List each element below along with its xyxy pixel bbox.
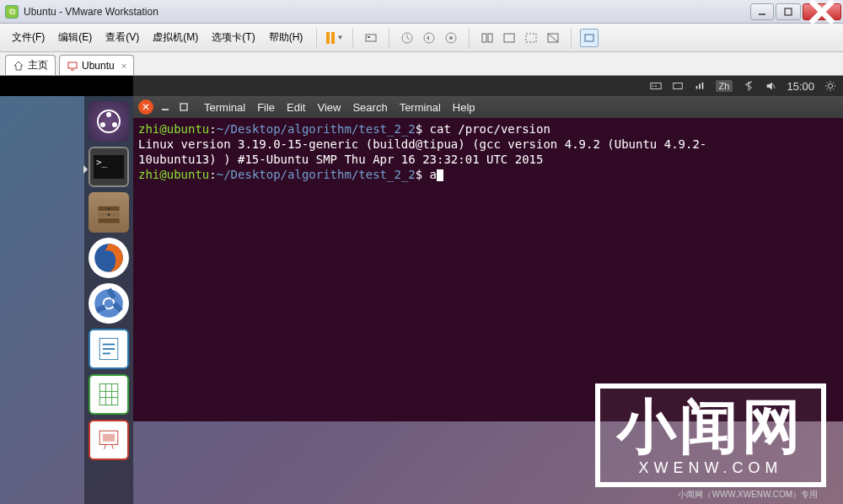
separator [352, 28, 353, 48]
bluetooth-icon[interactable] [743, 80, 754, 92]
view-unity-button[interactable] [544, 29, 562, 47]
tab-bar: 主页 Ubuntu × [0, 52, 843, 76]
terminal-titlebar[interactable]: ✕ Terminal File Edit View Search Termina… [133, 96, 843, 118]
minimize-button[interactable] [750, 3, 774, 20]
terminal-minimize-button[interactable] [158, 100, 172, 114]
terminal-close-button[interactable]: ✕ [138, 99, 153, 115]
separator [571, 28, 572, 48]
tab-home[interactable]: 主页 [5, 55, 56, 75]
svg-point-26 [106, 112, 111, 117]
menu-bar: 文件(F) 编辑(E) 查看(V) 虚拟机(M) 选项卡(T) 帮助(H) ▼ [0, 24, 843, 52]
svg-line-15 [548, 34, 558, 42]
pause-icon [326, 32, 335, 44]
term-menu-terminal[interactable]: Terminal [204, 101, 245, 114]
watermark: 小闻网 XWENW.COM [595, 383, 826, 487]
launcher-dash[interactable] [89, 101, 129, 142]
prompt-user: zhi@ubuntu [138, 122, 209, 136]
terminal-body[interactable]: zhi@ubuntu:~/Desktop/algorithm/test_2_2$… [133, 118, 843, 421]
ubuntu-top-panel: Zh 15:00 [133, 76, 843, 96]
windows-titlebar: ⧉ Ubuntu - VMware Workstation [0, 0, 843, 24]
tab-ubuntu-label: Ubuntu [82, 60, 115, 72]
launcher-calc[interactable] [89, 374, 129, 415]
svg-rect-31 [98, 218, 119, 223]
svg-rect-48 [103, 434, 115, 442]
svg-rect-1 [785, 8, 792, 15]
pause-vm-button[interactable]: ▼ [325, 29, 344, 47]
svg-rect-17 [68, 62, 77, 68]
menu-help[interactable]: 帮助(H) [264, 27, 309, 48]
launcher-terminal[interactable]: >_ [89, 147, 129, 187]
term-menu-view[interactable]: View [317, 101, 341, 114]
svg-point-24 [828, 83, 832, 88]
watermark-text: 小闻网 [617, 397, 804, 456]
svg-rect-5 [368, 36, 370, 38]
launcher-impress[interactable] [89, 420, 129, 460]
launcher-writer[interactable] [89, 329, 129, 369]
svg-rect-10 [482, 34, 486, 42]
svg-rect-4 [366, 35, 376, 41]
term-menu-terminal2[interactable]: Terminal [400, 101, 441, 114]
output-line-2: 10ubuntu13) ) #15-Ubuntu SMP Thu Apr 16 … [138, 152, 838, 167]
svg-rect-42 [99, 383, 118, 405]
ime-indicator[interactable]: Zh [716, 80, 733, 92]
svg-rect-11 [488, 34, 492, 42]
clock[interactable]: 15:00 [787, 80, 814, 93]
volume-icon[interactable] [765, 80, 776, 92]
svg-rect-22 [673, 83, 682, 89]
separator [469, 28, 470, 48]
svg-rect-12 [504, 34, 514, 42]
svg-point-28 [112, 122, 117, 127]
watermark-sub: 小闻网（WWW.XWENW.COM）专用 [678, 489, 818, 501]
tab-ubuntu[interactable]: Ubuntu × [59, 55, 134, 75]
snapshot-button[interactable] [398, 29, 416, 47]
keyboard-layout-indicator[interactable] [672, 80, 684, 92]
send-ctrl-alt-del-button[interactable] [362, 29, 380, 47]
term-menu-edit[interactable]: Edit [287, 101, 305, 114]
vmware-icon: ⧉ [5, 5, 19, 19]
keyboard-indicator[interactable] [650, 80, 662, 92]
terminal-menubar: Terminal File Edit View Search Terminal … [204, 101, 475, 114]
terminal-window: ✕ Terminal File Edit View Search Termina… [133, 96, 843, 421]
svg-point-27 [100, 122, 105, 127]
launcher-files[interactable] [89, 192, 129, 233]
close-button[interactable] [803, 3, 841, 20]
network-indicator[interactable] [694, 80, 706, 92]
snapshot-revert-button[interactable] [420, 29, 438, 47]
svg-line-50 [112, 444, 114, 448]
command-2: a [430, 168, 437, 181]
term-menu-help[interactable]: Help [453, 101, 475, 114]
prompt-path: ~/Desktop/algorithm/test_2_2 [217, 122, 416, 136]
menu-vm[interactable]: 虚拟机(M) [148, 27, 203, 48]
view-single-button[interactable] [500, 29, 518, 47]
terminal-maximize-button[interactable] [177, 100, 191, 114]
gear-icon[interactable] [824, 80, 836, 92]
tab-home-label: 主页 [28, 58, 48, 72]
svg-point-33 [108, 213, 110, 216]
svg-point-32 [108, 207, 110, 210]
svg-point-37 [105, 299, 114, 308]
watermark-url: XWENW.COM [617, 459, 804, 477]
view-console-button[interactable] [580, 29, 599, 47]
tab-close-icon[interactable]: × [121, 61, 126, 71]
view-split-button[interactable] [478, 29, 497, 47]
menu-tabs[interactable]: 选项卡(T) [207, 27, 260, 48]
snapshot-manager-button[interactable] [442, 29, 460, 47]
separator [389, 28, 389, 48]
unity-launcher: >_ [84, 96, 133, 504]
vm-viewport[interactable]: Zh 15:00 >_ [0, 76, 843, 504]
menu-edit[interactable]: 编辑(E) [53, 27, 97, 48]
view-fullscreen-button[interactable] [522, 29, 540, 47]
menu-file[interactable]: 文件(F) [7, 27, 50, 48]
maximize-button[interactable] [776, 3, 801, 20]
launcher-chromium[interactable] [89, 283, 129, 324]
launcher-firefox[interactable] [89, 238, 129, 278]
svg-point-21 [655, 85, 657, 87]
term-menu-search[interactable]: Search [352, 101, 387, 114]
term-menu-file[interactable]: File [257, 101, 275, 114]
output-line-1: Linux version 3.19.0-15-generic (buildd@… [138, 137, 838, 152]
svg-point-20 [652, 85, 653, 87]
home-icon [13, 60, 24, 72]
menu-view[interactable]: 查看(V) [100, 27, 144, 48]
svg-rect-52 [180, 104, 187, 110]
separator [316, 28, 317, 48]
